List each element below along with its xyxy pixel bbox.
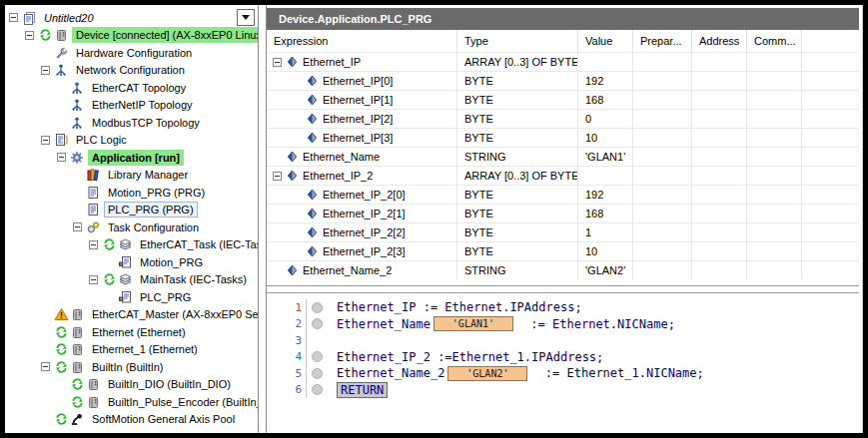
value-cell[interactable]: 10 — [578, 241, 633, 260]
project-dropdown-button[interactable] — [237, 9, 255, 26]
watch-row-ethernet-ip-2-3[interactable]: Ethernet_IP_2[3]BYTE10 — [267, 241, 859, 260]
prepared-value-cell[interactable] — [633, 109, 692, 128]
watch-row-ethernet-ip-2-0[interactable]: Ethernet_IP_2[0]BYTE192 — [267, 185, 859, 204]
watch-row-ethernet-ip-3[interactable]: Ethernet_IP[3]BYTE10 — [267, 128, 859, 147]
value-cell[interactable]: 192 — [578, 185, 633, 204]
expand-collapse-icon[interactable] — [273, 58, 286, 67]
watch-row-ethernet-ip-0[interactable]: Ethernet_IP[0]BYTE192 — [267, 71, 859, 90]
value-cell[interactable]: 168 — [578, 204, 633, 222]
tree-item-ethernetip-topology[interactable]: EtherNetIP Topology — [5, 97, 258, 115]
tree-item-builtin-dio-builtin-dio[interactable]: BuiltIn_DIO (BuiltIn_DIO) — [5, 376, 258, 394]
tree-item-ethercat-master-ax-8xxep0-series[interactable]: EtherCAT_Master (AX-8xxEP0 Series — [5, 306, 258, 324]
value-cell[interactable]: 0 — [578, 109, 633, 128]
column-header-prepar[interactable]: Prepar... — [633, 30, 692, 52]
breakpoint-margin[interactable] — [307, 349, 327, 366]
expand-collapse-icon[interactable] — [89, 275, 102, 284]
tree-item-plc-prg[interactable]: PLC_PRG — [5, 288, 258, 306]
expand-collapse-icon[interactable] — [89, 240, 102, 249]
value-cell[interactable]: 1 — [578, 222, 633, 241]
row-filler — [802, 109, 859, 128]
watch-row-ethernet-name-2[interactable]: Ethernet_Name_2STRING'GLAN2' — [267, 260, 859, 279]
value-cell[interactable]: 168 — [578, 90, 633, 109]
prepared-value-cell[interactable] — [633, 128, 692, 147]
breakpoint-margin[interactable] — [307, 332, 327, 349]
code-line-6[interactable]: 6RETURN — [267, 382, 859, 399]
tree-item-application-run[interactable]: Application [run] — [5, 149, 258, 167]
watch-row-ethernet-name[interactable]: Ethernet_NameSTRING'GLAN1' — [267, 147, 859, 166]
tree-item-motion-prg-prg[interactable]: Motion_PRG (PRG) — [5, 184, 258, 202]
tree-item-plc-prg-prg[interactable]: PLC_PRG (PRG) — [5, 202, 258, 219]
watch-row-ethernet-ip[interactable]: Ethernet_IPARRAY [0..3] OF BYTE — [267, 52, 859, 71]
tree-item-ethernet-1-ethernet[interactable]: Ethernet_1 (Ethernet) — [5, 341, 258, 359]
inline-monitor-value[interactable]: 'GLAN1' — [434, 316, 513, 331]
variable-icon — [306, 188, 319, 202]
watch-row-ethernet-ip-1[interactable]: Ethernet_IP[1]BYTE168 — [267, 90, 859, 109]
row-filler — [802, 128, 859, 147]
task-prg-icon — [118, 290, 133, 304]
expand-collapse-icon[interactable] — [73, 222, 86, 231]
prepared-value-cell[interactable] — [633, 185, 692, 204]
tree-item-motion-prg[interactable]: Motion_PRG — [5, 253, 258, 271]
tree-item-hardware-configuration[interactable]: Hardware Configuration — [5, 44, 258, 62]
breakpoint-margin[interactable] — [307, 382, 327, 399]
tree-item-plc-logic[interactable]: PLC Logic — [5, 132, 258, 150]
prepared-value-cell[interactable] — [633, 241, 692, 260]
code-line-5[interactable]: 5Ethernet_Name_2'GLAN2' := Ethernet_1.NI… — [267, 365, 859, 382]
prepared-value-cell[interactable] — [633, 204, 692, 222]
tree-item-task-configuration[interactable]: Task Configuration — [5, 219, 258, 236]
column-header-value[interactable]: Value — [578, 30, 633, 52]
column-header-address[interactable]: Address — [692, 30, 747, 52]
code-editor[interactable]: 1Ethernet_IP := Ethernet.IPAddress;2Ethe… — [267, 292, 859, 433]
tree-item-builtin-pulse-encoder-builtin-pu[interactable]: BuiltIn_Pulse_Encoder (BuiltIn_Pu — [5, 393, 258, 411]
prepared-value-cell[interactable] — [633, 222, 692, 241]
tree-item-ethercat-topology[interactable]: EtherCAT Topology — [5, 79, 258, 97]
watch-row-ethernet-ip-2[interactable]: Ethernet_IP_2ARRAY [0..3] OF BYTE — [267, 166, 859, 185]
inline-monitor-value[interactable]: 'GLAN2' — [447, 366, 527, 381]
watch-row-ethernet-ip-2-2[interactable]: Ethernet_IP_2[2]BYTE1 — [267, 222, 859, 241]
prepared-value-cell[interactable] — [633, 71, 692, 90]
code-line-1[interactable]: 1Ethernet_IP := Ethernet.IPAddress; — [267, 299, 859, 316]
code-line-3[interactable]: 3 — [267, 332, 859, 349]
value-cell[interactable]: 'GLAN2' — [578, 260, 633, 279]
tree-item-softmotion-general-axis-pool[interactable]: SoftMotion General Axis Pool — [5, 411, 258, 429]
value-cell[interactable] — [578, 52, 633, 71]
tree-item-library-manager[interactable]: Library Manager — [5, 167, 258, 185]
tree-item-modbustcp-topology[interactable]: ModbusTCP Topology — [5, 114, 258, 132]
code-line-2[interactable]: 2Ethernet_Name'GLAN1' := Ethernet.NICNam… — [267, 316, 859, 333]
value-cell[interactable]: 'GLAN1' — [578, 147, 633, 166]
value-cell[interactable]: 10 — [578, 128, 633, 147]
watch-row-ethernet-ip-2-1[interactable]: Ethernet_IP_2[1]BYTE168 — [267, 204, 859, 222]
editor-right-panel: Device.Application.PLC_PRG ExpressionTyp… — [266, 5, 863, 433]
tree-item-ethercat-task-iec-tas[interactable]: EtherCAT_Task (IEC-Tas — [5, 236, 258, 254]
breakpoint-margin[interactable] — [307, 299, 327, 316]
column-header-comm[interactable]: Comm... — [747, 30, 802, 52]
prepared-value-cell[interactable] — [633, 166, 692, 185]
prepared-value-cell[interactable] — [633, 260, 692, 279]
column-header-type[interactable]: Type — [457, 30, 578, 52]
address-cell — [692, 109, 747, 128]
tree-item-project[interactable]: Untitled20 — [5, 9, 258, 27]
expand-collapse-icon[interactable] — [273, 172, 286, 181]
tree-item-ethernet-ethernet[interactable]: Ethernet (Ethernet) — [5, 323, 258, 341]
value-cell[interactable] — [578, 166, 633, 185]
prepared-value-cell[interactable] — [633, 147, 692, 166]
breakpoint-margin[interactable] — [307, 365, 327, 382]
prepared-value-cell[interactable] — [633, 52, 692, 71]
tree-item-network-configuration[interactable]: Network Configuration — [5, 62, 258, 80]
expand-collapse-icon[interactable] — [41, 362, 54, 371]
code-line-4[interactable]: 4Ethernet_IP_2 :=Ethernet_1.IPAddress; — [267, 349, 859, 366]
tree-item-builtin-builtin[interactable]: BuiltIn (BuiltIn) — [5, 358, 258, 376]
column-header-expression[interactable]: Expression — [267, 30, 457, 52]
tree-item-maintask-iec-tasks[interactable]: MainTask (IEC-Tasks) — [5, 271, 258, 289]
value-cell[interactable]: 192 — [578, 71, 633, 90]
watch-row-ethernet-ip-2[interactable]: Ethernet_IP[2]BYTE0 — [267, 109, 859, 128]
expand-collapse-icon[interactable] — [57, 153, 70, 162]
prepared-value-cell[interactable] — [633, 90, 692, 109]
expand-collapse-icon[interactable] — [9, 13, 22, 22]
row-filler — [802, 147, 859, 166]
breakpoint-margin[interactable] — [307, 316, 327, 333]
expand-collapse-icon[interactable] — [41, 66, 54, 75]
tree-item-device-connected-ax-8xxep0-linux-sm[interactable]: Device [connected] (AX-8xxEP0 Linux SM — [5, 27, 258, 45]
expand-collapse-icon[interactable] — [41, 136, 54, 145]
expand-collapse-icon[interactable] — [25, 31, 38, 40]
